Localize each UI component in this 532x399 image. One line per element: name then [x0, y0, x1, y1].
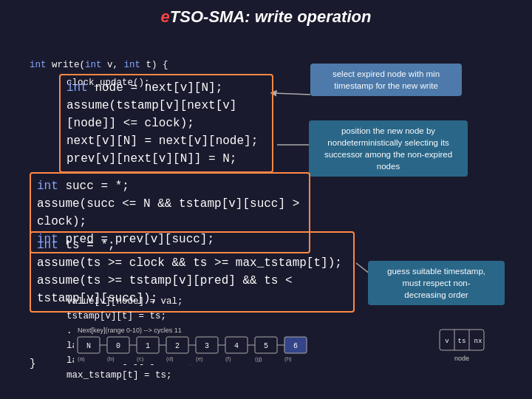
code-ts-assume1: assume(ts >= clock && ts >= max_tstamp[t… — [37, 254, 347, 272]
closing-brace: } — [30, 358, 35, 369]
svg-text:node: node — [454, 355, 469, 362]
svg-text:2: 2 — [175, 342, 180, 350]
code-line-assume1: assume(tstamp[v][next[v][node]] <= clock… — [66, 97, 266, 132]
svg-text:N: N — [86, 342, 91, 350]
callout-select-expired: select expired node with min timestamp f… — [310, 64, 462, 96]
linked-list-diagram: Next[key](range 0-10) --> cycles 11 N 0 … — [74, 324, 325, 364]
code-ts-decl: int ts = *; — [37, 236, 347, 254]
svg-text:nx: nx — [474, 338, 482, 345]
func-signature: int write(int v, int t) { — [30, 58, 168, 72]
svg-text:(e): (e) — [196, 355, 203, 362]
svg-text:6: 6 — [293, 342, 298, 350]
code-line-node: int node = next[v][N]; — [66, 79, 266, 97]
callout-position-node: position the new node bynondeterministic… — [309, 120, 468, 177]
node-svg: v ts nx node — [429, 324, 495, 364]
node-diagram: v ts nx node — [429, 324, 495, 364]
svg-text:(b): (b) — [107, 355, 115, 362]
slide: eTSO-SMA: write operation int write(int … — [0, 0, 532, 399]
code-succ-decl: int succ = *; — [37, 177, 303, 195]
callout-timestamp: guess suitable timestamp,must respect no… — [368, 261, 505, 305]
main-content: int write(int v, int t) { clock_update()… — [15, 35, 517, 375]
svg-text:Next[key](range 0-10) --> cycl: Next[key](range 0-10) --> cycles 11 — [78, 327, 182, 334]
code-succ-assume: assume(succ <= N && tstamp[v][succ] > cl… — [37, 195, 303, 231]
code-line-next: next[v][N] = next[v][node]; — [66, 132, 266, 150]
svg-text:(c): (c) — [137, 355, 144, 362]
svg-text:(a): (a) — [78, 355, 85, 362]
svg-text:(f): (f) — [225, 355, 231, 362]
svg-text:(d): (d) — [166, 355, 174, 362]
code-highlight-box1: int node = next[v][N]; assume(tstamp[v][… — [59, 74, 273, 173]
keyword-int3: int — [124, 60, 141, 70]
title-main: TSO-SMA: write operation — [170, 7, 372, 26]
svg-text:3: 3 — [205, 342, 209, 350]
svg-text:v: v — [445, 338, 449, 345]
svg-text:5: 5 — [264, 342, 268, 350]
svg-text:4: 4 — [234, 342, 239, 350]
svg-text:(g): (g) — [255, 355, 262, 362]
callout2-text: position the new node bynondeterministic… — [324, 126, 452, 171]
keyword-int: int — [30, 60, 47, 70]
slide-title: eTSO-SMA: write operation — [15, 7, 517, 27]
svg-line-0 — [273, 93, 310, 95]
callout1-text: select expired node with min timestamp f… — [332, 69, 440, 90]
svg-text:0: 0 — [116, 342, 120, 350]
svg-text:ts: ts — [458, 338, 466, 345]
callout3-text: guess suitable timestamp,must respect no… — [387, 267, 485, 299]
code-line-prev: prev[v][next[v][N]] = N; — [66, 150, 266, 168]
svg-text:(h): (h) — [284, 355, 292, 362]
list-svg: Next[key](range 0-10) --> cycles 11 N 0 … — [74, 324, 325, 364]
title-prefix: e — [161, 7, 170, 26]
keyword-int2: int — [85, 60, 102, 70]
svg-text:1: 1 — [146, 342, 150, 350]
